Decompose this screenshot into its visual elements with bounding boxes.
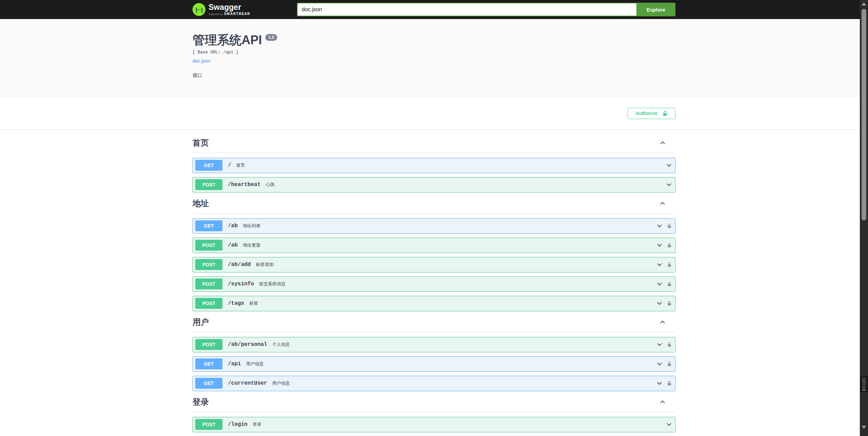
authorize-button[interactable]: Authorize xyxy=(628,108,675,119)
lock-open-icon[interactable] xyxy=(667,262,672,267)
tag-section-header[interactable]: 登录 xyxy=(193,397,675,412)
operation-path: /heartbeat xyxy=(228,182,261,188)
operation-path: /ab xyxy=(228,242,238,248)
swagger-logo: {···} Swagger Supported by SMARTBEAR xyxy=(193,3,250,16)
tag-section-title: 地址 xyxy=(193,198,209,209)
tag-section-header[interactable]: 用户 xyxy=(193,317,675,332)
lock-open-icon xyxy=(662,111,668,116)
chevron-down-icon[interactable] xyxy=(657,381,662,386)
method-badge: POST xyxy=(195,179,222,190)
operation-summary: 用户信息 xyxy=(246,361,264,367)
tag-section: 登录 POST /login 登录 POST /loginstatus 登录状态 xyxy=(193,397,675,436)
operation-summary: 心跳 xyxy=(266,182,274,188)
operation-row[interactable]: POST /sysinfo 提交系统信息 xyxy=(193,276,675,292)
tag-section: 用户 POST /ab/personal 个人信息 GET /api 用户信息 xyxy=(193,317,675,391)
operation-row[interactable]: GET /api 用户信息 xyxy=(193,356,675,372)
chevron-down-icon[interactable] xyxy=(657,301,662,306)
scroll-down-icon[interactable] xyxy=(862,426,866,429)
collapse-section-icon[interactable] xyxy=(660,399,665,405)
lock-open-icon[interactable] xyxy=(667,381,672,386)
operation-path: /ab/add xyxy=(228,262,251,268)
operation-summary: 地址列表 xyxy=(243,223,261,229)
operation-row[interactable]: GET /ab 地址列表 xyxy=(193,218,675,234)
collapse-section-icon[interactable] xyxy=(660,140,665,146)
spec-url-input[interactable] xyxy=(297,3,636,16)
operation-row[interactable]: POST /tags 标签 xyxy=(193,296,675,311)
operation-path: /sysinfo xyxy=(228,281,254,287)
scrollbar-thumb[interactable] xyxy=(862,9,866,220)
operation-summary: 首页 xyxy=(236,162,245,168)
method-badge: POST xyxy=(195,298,222,309)
spec-url-bar: Explore xyxy=(297,3,675,16)
tag-section: 地址 GET /ab 地址列表 POST /ab 地址更新 xyxy=(193,198,675,311)
method-badge: GET xyxy=(195,160,222,171)
explore-button[interactable]: Explore xyxy=(636,3,675,16)
tag-section: 首页 GET / 首页 POST /heartbeat 心跳 xyxy=(193,137,675,192)
information-container: 管理系统API 1.0 [ Base URL: /api ] doc.json … xyxy=(0,19,868,98)
tag-section-header[interactable]: 地址 xyxy=(193,198,675,214)
operation-row[interactable]: POST /heartbeat 心跳 xyxy=(193,177,675,192)
collapse-section-icon[interactable] xyxy=(660,201,665,206)
page-title: 管理系统API xyxy=(193,33,262,47)
operation-path: /api xyxy=(228,361,241,367)
operation-path: /tags xyxy=(228,300,244,306)
smartbear-label: SMARTBEAR xyxy=(224,12,250,16)
method-badge: GET xyxy=(195,220,222,231)
method-badge: GET xyxy=(195,358,222,369)
operation-summary: 地址更新 xyxy=(243,242,261,248)
supported-by-label: Supported by xyxy=(208,13,223,15)
method-badge: GET xyxy=(195,378,222,389)
lock-open-icon[interactable] xyxy=(667,242,672,248)
spec-json-link[interactable]: doc.json xyxy=(193,58,210,64)
lock-open-icon[interactable] xyxy=(667,301,672,306)
chevron-down-icon[interactable] xyxy=(657,262,662,267)
scroll-up-icon[interactable] xyxy=(862,2,866,5)
operation-row[interactable]: POST /ab/add 标签添加 xyxy=(193,257,675,272)
topbar: {···} Swagger Supported by SMARTBEAR Exp… xyxy=(0,0,868,19)
operation-summary: 用户信息 xyxy=(272,380,290,386)
chevron-down-icon[interactable] xyxy=(666,422,672,427)
chevron-down-icon[interactable] xyxy=(657,281,662,287)
method-badge: POST xyxy=(195,240,222,251)
chevron-down-icon[interactable] xyxy=(657,242,662,248)
operation-row[interactable]: POST /ab 地址更新 xyxy=(193,238,675,253)
method-badge: POST xyxy=(195,419,222,430)
operation-path: / xyxy=(228,162,231,168)
swagger-logo-text: Swagger xyxy=(208,3,241,12)
lock-open-icon[interactable] xyxy=(667,361,672,367)
operation-summary: 提交系统信息 xyxy=(259,281,286,287)
collapse-section-icon[interactable] xyxy=(660,319,665,325)
authorize-button-label: Authorize xyxy=(635,111,657,116)
chevron-down-icon[interactable] xyxy=(657,361,662,367)
operation-path: /ab xyxy=(228,223,238,229)
method-badge: POST xyxy=(195,339,222,350)
lock-open-icon[interactable] xyxy=(667,223,672,229)
operation-summary: 登录 xyxy=(253,421,262,427)
lock-open-icon[interactable] xyxy=(667,342,672,347)
scroll-minimap[interactable] xyxy=(860,376,868,392)
lock-open-icon[interactable] xyxy=(667,281,672,287)
tag-section-title: 用户 xyxy=(193,317,209,328)
tag-section-title: 首页 xyxy=(193,137,209,148)
method-badge: POST xyxy=(195,259,222,270)
page-scrollbar[interactable] xyxy=(860,0,868,436)
tag-section-title: 登录 xyxy=(193,397,209,407)
tag-section-header[interactable]: 首页 xyxy=(193,137,675,153)
operation-row[interactable]: POST /ab/personal 个人信息 xyxy=(193,337,675,352)
version-badge: 1.0 xyxy=(265,34,277,41)
chevron-down-icon[interactable] xyxy=(666,182,672,187)
operation-row[interactable]: POST /login 登录 xyxy=(193,417,675,432)
operation-summary: 标签 xyxy=(249,300,258,306)
chevron-down-icon[interactable] xyxy=(657,342,662,347)
swagger-logo-icon: {···} xyxy=(193,3,205,16)
base-url-label: [ Base URL: /api ] xyxy=(193,50,675,55)
operations-list: 首页 GET / 首页 POST /heartbeat 心跳 xyxy=(186,129,682,436)
operation-row[interactable]: GET /currentUser 用户信息 xyxy=(193,376,675,391)
operation-path: /login xyxy=(228,421,248,427)
scheme-container: Authorize xyxy=(0,98,868,129)
operation-row[interactable]: GET / 首页 xyxy=(193,158,675,173)
method-badge: POST xyxy=(195,279,222,289)
chevron-down-icon[interactable] xyxy=(666,163,672,168)
operation-summary: 标签添加 xyxy=(256,262,273,268)
chevron-down-icon[interactable] xyxy=(657,223,662,229)
